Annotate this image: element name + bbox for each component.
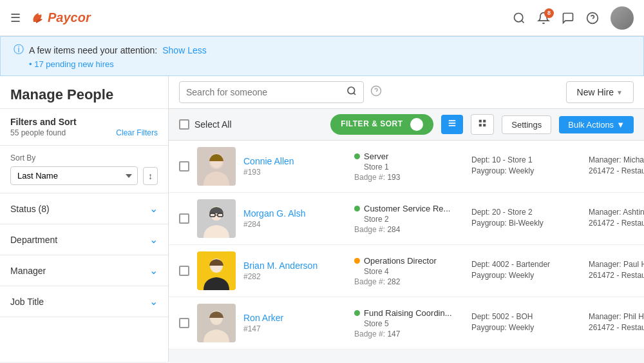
people-found: 55 people found xyxy=(10,128,66,137)
person-manager-3: Manager: Phil Harvey 261472 - Restaurant… xyxy=(589,312,644,334)
search-container xyxy=(179,81,364,103)
people-list: Connie Allen #193 Server Store 1 Badge #… xyxy=(169,141,644,362)
person-checkbox-2[interactable] xyxy=(179,266,189,276)
person-role-1: Customer Service Re... Store 2 Badge #: … xyxy=(354,204,464,234)
sort-select[interactable]: Last Name First Name Department Status xyxy=(10,166,138,185)
dept-line-0: Dept: 10 - Store 1 xyxy=(471,155,581,164)
notifications-icon-btn[interactable]: 8 xyxy=(537,12,550,25)
select-all-container[interactable]: Select All xyxy=(179,119,232,130)
clear-filters-link[interactable]: Clear Filters xyxy=(116,128,158,137)
select-all-label: Select All xyxy=(194,119,232,130)
search-icon[interactable] xyxy=(346,86,357,99)
dept-line-1: Dept: 20 - Store 2 xyxy=(471,208,581,217)
person-photo-0 xyxy=(197,147,236,186)
svg-line-5 xyxy=(354,93,355,95)
filters-section: Filters and Sort 55 people found Clear F… xyxy=(0,109,168,146)
status-dot-0 xyxy=(354,153,360,159)
filter-group-manager-header[interactable]: Manager ⌄ xyxy=(0,255,168,286)
svg-rect-12 xyxy=(483,120,486,123)
new-hire-button[interactable]: New Hire ▼ xyxy=(566,81,634,103)
person-info-0: Connie Allen #193 xyxy=(243,156,346,177)
person-manager-0: Manager: Michael Banks 261472 - Restaura… xyxy=(589,155,644,177)
search-icon-btn[interactable] xyxy=(513,12,526,25)
restaurant-line-2: 261472 - Restaurant Bas. xyxy=(589,271,644,280)
filter-group-department-header[interactable]: Department ⌄ xyxy=(0,224,168,255)
person-info-1: Morgan G. Alsh #284 xyxy=(243,208,346,229)
new-hire-dropdown-arrow: ▼ xyxy=(616,89,623,96)
search-input[interactable] xyxy=(186,87,341,97)
person-checkbox-1[interactable] xyxy=(179,213,189,224)
sidebar: Manage People Filters and Sort 55 people… xyxy=(0,76,169,362)
status-dot-2 xyxy=(354,258,360,264)
person-name-3[interactable]: Ron Arker xyxy=(243,313,346,323)
bulk-actions-arrow: ▼ xyxy=(616,120,625,130)
bulk-actions-button[interactable]: Bulk Actions ▼ xyxy=(559,116,634,133)
sort-section: Sort By Last Name First Name Department … xyxy=(0,146,168,193)
toggle-pill xyxy=(410,118,423,131)
filter-group-department: Department ⌄ xyxy=(0,224,168,255)
person-checkbox-0[interactable] xyxy=(179,161,189,172)
person-manager-1: Manager: Ashtin Peterso 261472 - Restaur… xyxy=(589,208,644,230)
person-name-0[interactable]: Connie Allen xyxy=(243,156,346,166)
help-icon-btn[interactable] xyxy=(586,12,599,25)
filter-group-jobtitle: Job Title ⌄ xyxy=(0,286,168,317)
svg-rect-14 xyxy=(483,124,486,126)
filters-header: Filters and Sort xyxy=(10,117,158,127)
person-dept-1: Dept: 20 - Store 2 Paygroup: Bi-Weekly xyxy=(471,208,581,230)
paygroup-line-1: Paygroup: Bi-Weekly xyxy=(471,219,581,228)
manager-name-1: Manager: Ashtin Peterso xyxy=(589,208,644,217)
chat-icon-btn[interactable] xyxy=(562,12,574,25)
role-store-2: Store 4 xyxy=(354,267,464,276)
role-badge-0: Badge #: 193 xyxy=(354,173,464,182)
filter-group-status-label: Status (8) xyxy=(10,204,50,214)
header-icons: 8 xyxy=(513,6,634,30)
manager-name-2: Manager: Paul Hill xyxy=(589,260,644,269)
person-id-0: #193 xyxy=(243,168,346,177)
hamburger-icon[interactable]: ☰ xyxy=(10,11,21,25)
role-store-0: Store 1 xyxy=(354,162,464,172)
role-title-3: Fund Raising Coordin... xyxy=(364,308,452,318)
role-title-0: Server xyxy=(364,152,388,161)
banner-item-hires[interactable]: • 17 pending new hires xyxy=(14,59,633,69)
show-less-link[interactable]: Show Less xyxy=(162,45,206,55)
table-row: Brian M. Anderson #282 Operations Direct… xyxy=(169,245,644,297)
chevron-down-icon-mgr: ⌄ xyxy=(149,264,158,277)
role-title-1: Customer Service Re... xyxy=(364,204,450,213)
sort-direction-button[interactable]: ↕ xyxy=(143,167,158,185)
svg-rect-8 xyxy=(449,120,456,121)
role-title-2: Operations Director xyxy=(364,256,437,266)
content-area: New Hire ▼ Select All FILTER & SORT Sett… xyxy=(169,76,644,362)
logo-text: Paycor xyxy=(48,10,91,25)
filter-group-status-header[interactable]: Status (8) ⌄ xyxy=(0,193,168,224)
restaurant-line-0: 261472 - Restaurant Bas. xyxy=(589,166,644,175)
person-photo-1 xyxy=(197,199,236,238)
chevron-down-icon-dept: ⌄ xyxy=(149,233,158,246)
notification-banner: ⓘ A few items need your attention: Show … xyxy=(0,36,644,76)
avatar[interactable] xyxy=(611,6,634,30)
filter-sort-toggle[interactable]: FILTER & SORT xyxy=(330,114,433,135)
logo: Paycor xyxy=(28,9,91,27)
restaurant-line-1: 261472 - Restaurant Bas. xyxy=(589,219,644,228)
status-dot-3 xyxy=(354,310,360,316)
settings-button[interactable]: Settings xyxy=(502,115,551,134)
filter-group-jobtitle-header[interactable]: Job Title ⌄ xyxy=(0,286,168,317)
view-list-button[interactable] xyxy=(441,115,463,134)
view-grid-button[interactable] xyxy=(471,114,494,135)
person-checkbox-3[interactable] xyxy=(179,318,189,328)
filter-group-manager-label: Manager xyxy=(10,266,46,276)
table-toolbar: Select All FILTER & SORT Settings Bulk A… xyxy=(169,109,644,141)
person-id-3: #147 xyxy=(243,324,346,333)
restaurant-line-3: 261472 - Restaurant Bas. xyxy=(589,323,644,332)
help-circle-icon[interactable] xyxy=(370,85,382,100)
person-role-3: Fund Raising Coordin... Store 5 Badge #:… xyxy=(354,308,464,338)
svg-line-1 xyxy=(522,20,524,23)
select-all-checkbox[interactable] xyxy=(179,119,189,130)
person-name-2[interactable]: Brian M. Anderson xyxy=(243,260,346,271)
filter-group-department-label: Department xyxy=(10,235,57,245)
person-name-1[interactable]: Morgan G. Alsh xyxy=(243,208,346,219)
paygroup-line-2: Paygroup: Weekly xyxy=(471,271,581,280)
person-role-0: Server Store 1 Badge #: 193 xyxy=(354,152,464,182)
person-dept-2: Dept: 4002 - Bartender Paygroup: Weekly xyxy=(471,260,581,282)
person-dept-3: Dept: 5002 - BOH Paygroup: Weekly xyxy=(471,312,581,334)
role-badge-1: Badge #: 284 xyxy=(354,225,464,234)
